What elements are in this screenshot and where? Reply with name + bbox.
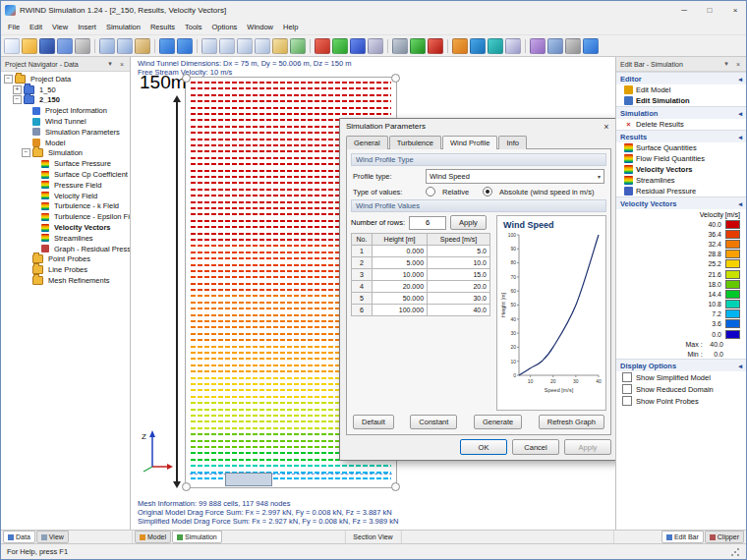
table-cell[interactable]: 100.000 — [373, 305, 428, 316]
tab-view[interactable]: View — [36, 531, 69, 543]
view-x-icon[interactable] — [315, 38, 330, 54]
edit-bar-item-streamlines[interactable]: Streamlines — [616, 175, 746, 186]
surface-results-icon[interactable] — [452, 38, 468, 54]
edit-bar-item-delete-results[interactable]: ×Delete Results — [616, 119, 746, 130]
display-option-show-point-probes[interactable]: Show Point Probes — [616, 395, 746, 407]
tree-item-velocity-field[interactable]: Velocity Field — [1, 191, 130, 201]
table-cell[interactable]: 40.0 — [428, 305, 490, 316]
undo-icon[interactable] — [159, 38, 175, 54]
tab-general[interactable]: General — [346, 136, 388, 149]
tree-item-wind-tunnel[interactable]: Wind Tunnel — [1, 116, 130, 127]
save-all-icon[interactable] — [57, 38, 73, 54]
tree-item-1-50[interactable]: +1_50 — [1, 84, 130, 95]
zoom-out-icon[interactable] — [237, 38, 253, 54]
menu-item-file[interactable]: File — [3, 21, 25, 33]
view-iso-icon[interactable] — [368, 38, 383, 54]
refresh-graph-button[interactable]: Refresh Graph — [539, 415, 604, 429]
default-button[interactable]: Default — [353, 415, 394, 429]
table-cell[interactable]: 10.000 — [373, 269, 428, 281]
table-cell[interactable]: 10.0 — [428, 257, 490, 269]
view-y-icon[interactable] — [332, 38, 348, 54]
section-header-results[interactable]: Results◂ — [616, 130, 746, 142]
tab-edit-bar[interactable]: Edit Bar — [661, 531, 704, 543]
ok-button[interactable]: OK — [460, 439, 507, 455]
section-header-simulation[interactable]: Simulation◂ — [616, 106, 746, 119]
table-cell[interactable]: 50.000 — [373, 293, 428, 305]
checkbox[interactable] — [622, 384, 632, 394]
table-cell[interactable]: 20.000 — [373, 281, 428, 293]
panel-options-icon[interactable]: ▾ — [720, 60, 732, 68]
paste-icon[interactable] — [135, 38, 150, 54]
table-cell[interactable]: 15.0 — [428, 269, 490, 281]
tree-item-mesh-refinements[interactable]: Mesh Refinements — [1, 275, 130, 286]
table-cell[interactable]: 5.0 — [428, 246, 490, 257]
panel-close-icon[interactable]: × — [116, 61, 128, 68]
tree-item-model[interactable]: Model — [1, 138, 130, 148]
tree-expander-icon[interactable]: − — [13, 95, 22, 104]
tree-item-simulation-parameters[interactable]: Simulation Parameters — [1, 127, 130, 138]
section-header-velocity-vectors[interactable]: Velocity Vectors◂ — [616, 196, 746, 209]
point-probe-icon[interactable] — [530, 38, 546, 54]
tab-wind-profile[interactable]: Wind Profile — [442, 136, 497, 149]
tab-data[interactable]: Data — [3, 531, 35, 543]
table-cell[interactable]: 30.0 — [428, 293, 490, 305]
tab-turbulence[interactable]: Turbulence — [389, 136, 441, 149]
menu-item-help[interactable]: Help — [278, 21, 303, 33]
panel-options-icon[interactable]: ▾ — [104, 60, 116, 68]
tab-info[interactable]: Info — [498, 136, 527, 149]
print-icon[interactable] — [75, 38, 90, 54]
menu-item-window[interactable]: Window — [242, 21, 278, 33]
generate-button[interactable]: Generate — [474, 415, 522, 429]
tree-item-point-probes[interactable]: Point Probes — [1, 254, 130, 265]
dialog-close-icon[interactable]: × — [598, 122, 615, 132]
menu-item-results[interactable]: Results — [145, 21, 180, 33]
redo-icon[interactable] — [177, 38, 193, 54]
table-cell[interactable]: 20.0 — [428, 281, 490, 293]
tree-item-surface-cp-coefficient[interactable]: Surface Cp Coefficient — [1, 169, 130, 180]
display-option-show-simplified-model[interactable]: Show Simplified Model — [616, 371, 746, 383]
tree-item-pressure-field[interactable]: Pressure Field — [1, 180, 130, 191]
rotate-icon[interactable] — [290, 38, 306, 54]
checkbox[interactable] — [622, 396, 632, 406]
edit-bar-item-velocity-vectors[interactable]: Velocity Vectors — [616, 164, 746, 175]
tab-simulation[interactable]: Simulation — [172, 531, 222, 543]
tree-item-2-150[interactable]: −2_150 — [1, 95, 130, 106]
display-option-show-reduced-domain[interactable]: Show Reduced Domain — [616, 383, 746, 395]
zoom-window-icon[interactable] — [201, 38, 217, 54]
apply-button[interactable]: Apply — [564, 439, 611, 455]
absolute-radio[interactable] — [483, 187, 492, 196]
building-model[interactable] — [225, 473, 272, 486]
profile-type-select[interactable]: Wind Speed ▾ — [426, 169, 604, 184]
tree-expander-icon[interactable]: + — [13, 85, 22, 94]
section-plane-icon[interactable] — [547, 38, 563, 54]
tab-model[interactable]: Model — [135, 531, 171, 543]
tree-item-velocity-vectors[interactable]: Velocity Vectors — [1, 222, 130, 233]
tree-item-line-probes[interactable]: Line Probes — [1, 264, 130, 275]
tree-item-project-information[interactable]: Project Information — [1, 105, 130, 116]
tab-clipper[interactable]: Clipper — [705, 531, 744, 543]
edit-bar-item-edit-model[interactable]: Edit Model — [616, 84, 746, 95]
help-icon[interactable] — [583, 38, 599, 54]
copy-icon[interactable] — [117, 38, 133, 54]
tree-item-turbulence-epsilon-field[interactable]: Turbulence - Epsilon Field — [1, 211, 130, 222]
section-header-display-options[interactable]: Display Options◂ — [616, 359, 746, 371]
tree-expander-icon[interactable]: − — [22, 148, 30, 157]
edit-bar-item-residual-pressure[interactable]: Residual Pressure — [616, 186, 746, 196]
apply-rows-button[interactable]: Apply — [450, 215, 487, 230]
options-gear-icon[interactable] — [565, 38, 581, 54]
edit-bar-item-edit-simulation[interactable]: Edit Simulation — [616, 95, 746, 106]
velocity-vectors-icon[interactable] — [470, 38, 486, 54]
maximize-button[interactable]: □ — [699, 1, 720, 19]
constant-button[interactable]: Constant — [410, 415, 457, 429]
cut-icon[interactable] — [99, 38, 115, 54]
tree-item-project-data[interactable]: −Project Data — [1, 74, 130, 84]
tree-item-graph-residual-pressure[interactable]: Graph - Residual Pressure — [1, 244, 130, 254]
panel-close-icon[interactable]: × — [732, 61, 744, 68]
number-of-rows-input[interactable]: 6 — [409, 216, 446, 230]
table-cell[interactable]: 5.000 — [373, 257, 428, 269]
relative-radio[interactable] — [426, 187, 435, 196]
edit-bar-item-flow-field-quantities[interactable]: Flow Field Quantities — [616, 153, 746, 164]
menu-item-tools[interactable]: Tools — [180, 21, 207, 33]
tree-item-streamlines[interactable]: Streamlines — [1, 233, 130, 244]
open-file-icon[interactable] — [22, 38, 37, 54]
